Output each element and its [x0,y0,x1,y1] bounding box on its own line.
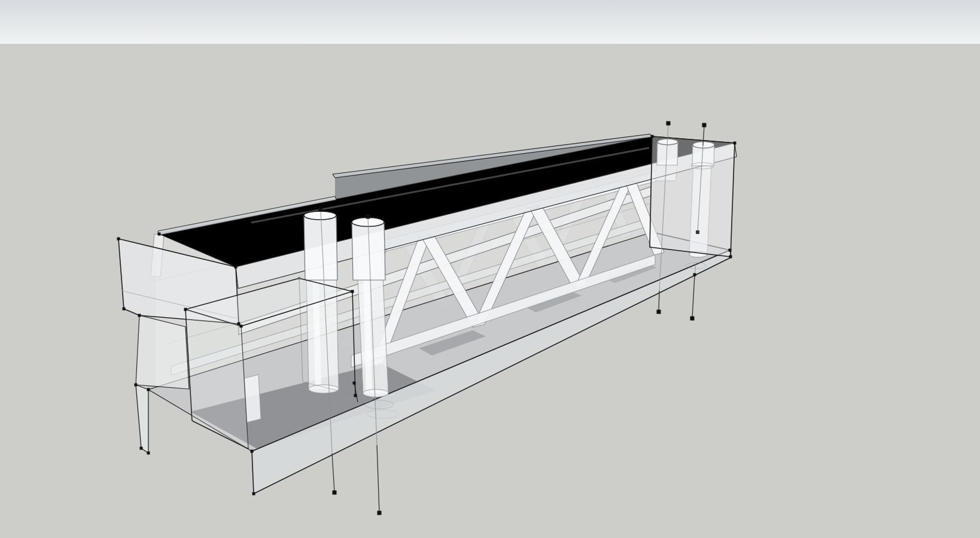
vertex-dot [693,273,696,276]
truss-model-drawing [0,0,980,538]
vertex-dot [117,238,120,241]
bottom-slab-left-end [136,385,148,453]
vertex-dot [351,290,354,293]
vertex-dot [240,325,243,328]
endpoint-marker [696,230,699,234]
construction-line [659,291,659,311]
model-viewport[interactable] [0,0,980,538]
cylinder-1-upper [304,215,337,280]
construction-line [377,445,379,512]
right-end-face [650,136,735,257]
endpoint-marker [378,511,382,515]
vertex-dot [147,452,150,455]
vertex-dot [147,388,150,391]
vertex-dot [235,266,238,269]
vertex-dot [354,394,357,397]
cylinder-1-top [304,211,336,220]
vertex-dot [729,256,732,259]
guide-box-front-face [185,309,248,449]
construction-line [692,276,695,318]
endpoint-marker [366,215,370,219]
vertex-dot [651,135,654,138]
left-end-web [136,315,189,389]
cylinder-1-bottom [309,385,339,393]
vertex-dot [298,277,300,279]
vertex-dot [138,314,141,317]
vertex-dot [184,308,187,311]
vertex-dot [140,447,143,450]
vertex-dot [252,493,255,496]
endpoint-marker [666,121,671,126]
vertex-dot [123,308,126,311]
endpoint-marker [657,310,661,314]
endpoint-marker [690,317,695,321]
endpoint-marker [702,123,707,127]
construction-line [332,454,334,492]
cylinder-2-bottom [363,390,388,397]
vertex-dot [135,384,138,387]
vertex-dot [353,382,356,385]
vertex-dot [729,249,732,252]
endpoint-marker [333,491,337,495]
vertex-dot [251,450,254,453]
vertex-dot [734,142,736,145]
vertex-dot [158,233,161,236]
endpoint-marker [319,208,323,212]
